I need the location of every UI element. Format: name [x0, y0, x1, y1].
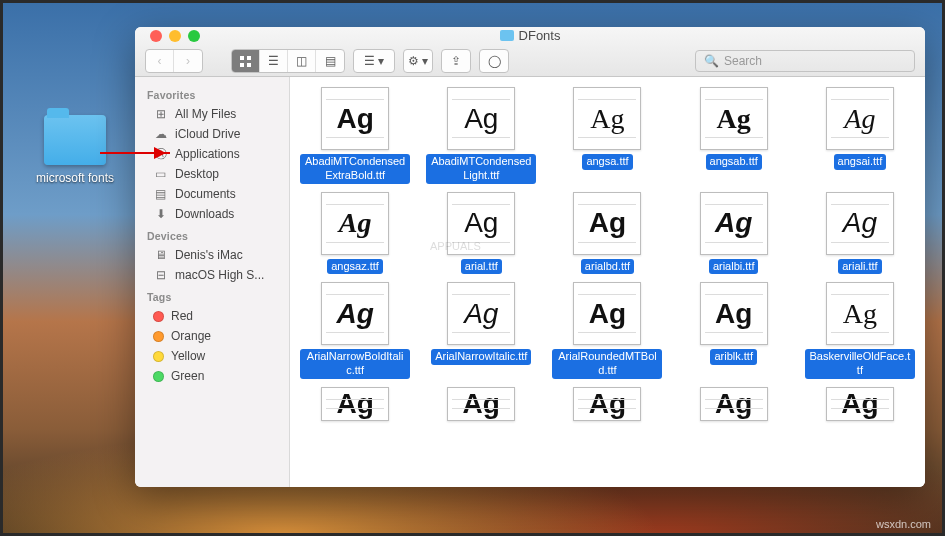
file-item[interactable]: Ag AbadiMTCondensedLight.ttf — [424, 87, 539, 184]
file-thumbnail: Ag — [321, 87, 389, 150]
file-thumbnail: Ag — [447, 192, 515, 255]
file-name: ArialRoundedMTBold.ttf — [552, 349, 662, 379]
gallery-view-button[interactable]: ▤ — [316, 50, 344, 72]
file-thumbnail: Ag — [700, 387, 768, 421]
file-item[interactable]: Ag arialbd.ttf — [550, 192, 665, 275]
sidebar-item[interactable]: ▭Desktop — [135, 164, 289, 184]
file-item[interactable]: Ag — [424, 387, 539, 425]
file-name: ArialNarrowBoldItalic.ttf — [300, 349, 410, 379]
file-item[interactable]: Ag angsa.ttf — [550, 87, 665, 184]
back-button[interactable]: ‹ — [146, 50, 174, 72]
sidebar-tag[interactable]: Orange — [135, 326, 289, 346]
file-thumbnail: Ag — [826, 282, 894, 345]
file-name: angsaz.ttf — [327, 259, 383, 275]
file-thumbnail: Ag — [573, 282, 641, 345]
file-name: arialbi.ttf — [709, 259, 759, 275]
titlebar[interactable]: DFonts ‹ › ☰ ◫ ▤ ☰ ▾ ⚙ ▾ ⇪ ◯ — [135, 27, 925, 77]
file-item[interactable]: Ag ArialNarrowItalic.ttf — [424, 282, 539, 379]
sidebar-heading-favorites: Favorites — [135, 83, 289, 104]
sidebar-item[interactable]: ☁iCloud Drive — [135, 124, 289, 144]
close-button[interactable] — [150, 30, 162, 42]
file-item[interactable]: Ag — [676, 387, 791, 425]
folder-icon — [44, 115, 106, 165]
sidebar-item[interactable]: ⊟macOS High S... — [135, 265, 289, 285]
desktop-folder-label: microsoft fonts — [30, 171, 120, 185]
file-item[interactable]: Ag — [298, 387, 413, 425]
file-item[interactable]: Ag arial.ttf — [424, 192, 539, 275]
file-thumbnail: Ag — [321, 282, 389, 345]
sidebar-heading-tags: Tags — [135, 285, 289, 306]
sidebar-item[interactable]: ▤Documents — [135, 184, 289, 204]
sidebar-icon: ▤ — [153, 188, 168, 201]
search-field[interactable]: 🔍 Search — [695, 50, 915, 72]
watermark: wsxdn.com — [876, 518, 931, 530]
sidebar-icon: ⊟ — [153, 269, 168, 282]
file-name: ArialNarrowItalic.ttf — [431, 349, 531, 365]
tags-button[interactable]: ◯ — [480, 50, 508, 72]
file-item[interactable]: Ag arialbi.ttf — [676, 192, 791, 275]
nav-buttons: ‹ › — [145, 49, 203, 73]
folder-icon — [500, 30, 514, 41]
sidebar-icon: 🖥 — [153, 249, 168, 262]
file-name: angsa.ttf — [582, 154, 632, 170]
traffic-lights — [150, 30, 200, 42]
file-item[interactable]: Ag angsaz.ttf — [298, 192, 413, 275]
file-thumbnail: Ag — [321, 192, 389, 255]
file-name: BaskervilleOldFace.ttf — [805, 349, 915, 379]
tag-dot-icon — [153, 331, 164, 342]
file-item[interactable]: Ag ariali.ttf — [802, 192, 917, 275]
action-button[interactable]: ⚙ ▾ — [404, 50, 432, 72]
file-thumbnail: Ag — [447, 282, 515, 345]
file-thumbnail: Ag — [447, 87, 515, 150]
file-item[interactable]: Ag — [802, 387, 917, 425]
forward-button[interactable]: › — [174, 50, 202, 72]
share-button[interactable]: ⇪ — [442, 50, 470, 72]
svg-rect-0 — [240, 56, 244, 60]
file-item[interactable]: Ag BaskervilleOldFace.ttf — [802, 282, 917, 379]
file-thumbnail: Ag — [700, 87, 768, 150]
file-item[interactable]: Ag ariblk.ttf — [676, 282, 791, 379]
tag-dot-icon — [153, 351, 164, 362]
file-item[interactable]: Ag AbadiMTCondensedExtraBold.ttf — [298, 87, 413, 184]
file-thumbnail: Ag — [700, 282, 768, 345]
icon-view-button[interactable] — [232, 50, 260, 72]
file-thumbnail: Ag — [826, 192, 894, 255]
svg-rect-1 — [247, 56, 251, 60]
file-name: arialbd.ttf — [581, 259, 634, 275]
minimize-button[interactable] — [169, 30, 181, 42]
desktop-folder[interactable]: microsoft fonts — [30, 115, 120, 185]
sidebar-tag[interactable]: Yellow — [135, 346, 289, 366]
file-name: AbadiMTCondensedLight.ttf — [426, 154, 536, 184]
maximize-button[interactable] — [188, 30, 200, 42]
file-name: AbadiMTCondensedExtraBold.ttf — [300, 154, 410, 184]
sidebar-item[interactable]: 🖥Denis's iMac — [135, 245, 289, 265]
sidebar-item[interactable]: ⊞All My Files — [135, 104, 289, 124]
sidebar-tag[interactable]: Red — [135, 306, 289, 326]
file-name: ariblk.ttf — [710, 349, 757, 365]
file-thumbnail: Ag — [447, 387, 515, 421]
list-view-button[interactable]: ☰ — [260, 50, 288, 72]
arrange-group: ☰ ▾ — [353, 49, 395, 73]
arrange-button[interactable]: ☰ ▾ — [354, 50, 394, 72]
file-name: angsab.ttf — [706, 154, 762, 170]
column-view-button[interactable]: ◫ — [288, 50, 316, 72]
svg-rect-2 — [240, 63, 244, 67]
svg-rect-3 — [247, 63, 251, 67]
sidebar-heading-devices: Devices — [135, 224, 289, 245]
file-thumbnail: Ag — [321, 387, 389, 421]
file-item[interactable]: Ag ArialNarrowBoldItalic.ttf — [298, 282, 413, 379]
file-item[interactable]: Ag — [550, 387, 665, 425]
toolbar: ‹ › ☰ ◫ ▤ ☰ ▾ ⚙ ▾ ⇪ ◯ 🔍 Search — [145, 47, 915, 76]
sidebar-tag[interactable]: Green — [135, 366, 289, 386]
sidebar: Favorites ⊞All My Files☁iCloud DriveⒶApp… — [135, 77, 290, 487]
annotation-arrow — [100, 152, 170, 154]
sidebar-icon: ▭ — [153, 168, 168, 181]
sidebar-item[interactable]: ⬇Downloads — [135, 204, 289, 224]
file-grid[interactable]: Ag AbadiMTCondensedExtraBold.ttf Ag Abad… — [290, 77, 925, 487]
file-item[interactable]: Ag angsab.ttf — [676, 87, 791, 184]
finder-window: DFonts ‹ › ☰ ◫ ▤ ☰ ▾ ⚙ ▾ ⇪ ◯ — [135, 27, 925, 487]
file-item[interactable]: Ag angsai.ttf — [802, 87, 917, 184]
file-item[interactable]: Ag ArialRoundedMTBold.ttf — [550, 282, 665, 379]
search-icon: 🔍 — [704, 54, 719, 68]
tag-dot-icon — [153, 311, 164, 322]
